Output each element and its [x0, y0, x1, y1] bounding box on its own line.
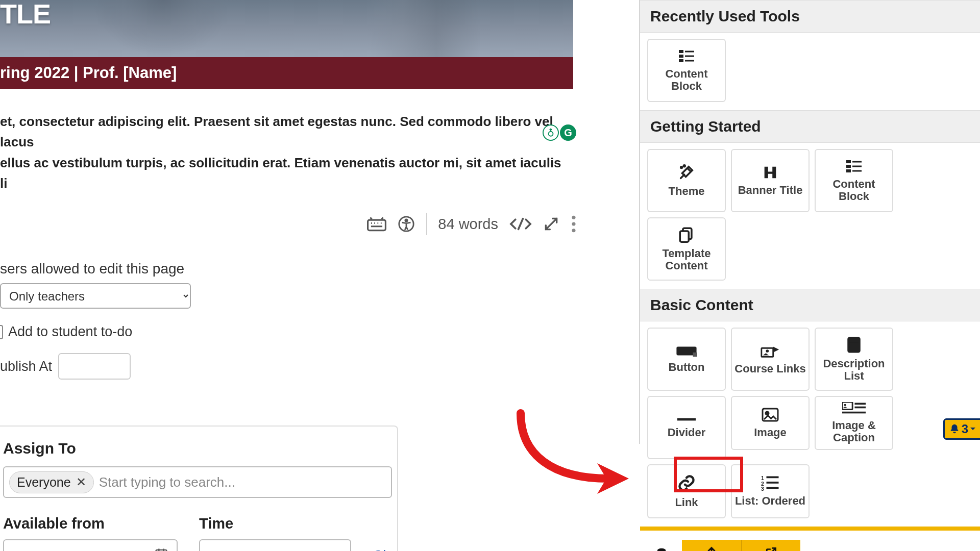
svg-rect-21 [852, 170, 862, 171]
svg-rect-32 [677, 418, 696, 421]
banner-subtitle-bar: ring 2022 | Prof. [Name] [0, 57, 573, 89]
calendar-icon[interactable] [154, 547, 168, 551]
assign-panel: Assign To Everyone ✕ Start typing to sea… [0, 425, 398, 551]
svg-point-6 [572, 229, 575, 232]
svg-rect-20 [846, 169, 851, 172]
section-getting-started: Getting Started [640, 110, 980, 143]
sidebar-action-bar [640, 531, 980, 551]
svg-point-46 [657, 548, 666, 551]
upload-button[interactable] [682, 540, 741, 551]
todo-checkbox[interactable] [0, 325, 3, 339]
svg-rect-37 [854, 403, 866, 405]
accessibility-icon[interactable] [398, 215, 415, 233]
assign-heading: Assign To [3, 440, 383, 457]
svg-rect-26 [762, 348, 773, 357]
word-count[interactable]: 84 words [438, 216, 498, 233]
svg-rect-10 [679, 55, 683, 58]
svg-rect-8 [679, 50, 683, 53]
grammarly-logo-icon[interactable]: G [560, 124, 576, 141]
grammarly-suggestion-icon[interactable] [543, 124, 559, 141]
svg-rect-38 [854, 407, 866, 409]
assign-to-input[interactable]: Everyone ✕ Start typing to search... [3, 466, 392, 498]
svg-rect-23 [680, 231, 689, 242]
tool-content-block-2[interactable]: Content Block [815, 149, 893, 212]
tool-button[interactable]: Button [647, 328, 726, 391]
section-basic-content: Basic Content [640, 289, 980, 321]
notification-pill[interactable]: 3 [943, 418, 980, 440]
remove-token-icon[interactable]: ✕ [76, 475, 86, 489]
svg-point-0 [549, 132, 553, 136]
svg-point-5 [572, 222, 575, 226]
open-external-button[interactable] [741, 540, 800, 551]
caret-down-icon [970, 427, 976, 432]
banner-title-overlay: TLE [0, 0, 51, 28]
svg-rect-13 [685, 60, 694, 61]
edit-permission-select[interactable]: Only teachers [0, 283, 191, 309]
editor-status-bar: 84 words [0, 193, 577, 235]
banner-image: TLE [0, 0, 573, 57]
tool-course-links[interactable]: Course Links [731, 328, 810, 391]
svg-point-14 [681, 167, 682, 168]
edit-permission-label: sers allowed to edit this page [0, 261, 204, 277]
grammarly-widget[interactable]: G [543, 124, 576, 141]
more-options-icon[interactable] [571, 215, 577, 233]
svg-rect-9 [685, 51, 694, 52]
svg-text:3: 3 [761, 486, 764, 491]
svg-point-36 [844, 404, 846, 406]
annotation-highlight-box [674, 457, 743, 492]
tool-theme[interactable]: Theme [647, 149, 726, 212]
svg-rect-29 [850, 340, 857, 341]
keyboard-icon[interactable] [367, 216, 386, 232]
svg-rect-41 [767, 476, 779, 478]
tool-divider[interactable]: Divider [647, 396, 726, 459]
svg-rect-16 [846, 160, 851, 163]
publish-at-input[interactable] [58, 353, 131, 380]
todo-label: Add to student to-do [8, 324, 132, 340]
svg-point-15 [683, 165, 685, 167]
toggle-icon[interactable] [653, 544, 677, 551]
svg-rect-17 [852, 161, 862, 162]
svg-rect-11 [685, 55, 694, 57]
svg-rect-35 [842, 402, 852, 409]
available-from-input[interactable] [3, 539, 178, 551]
tool-image[interactable]: Image [731, 396, 810, 450]
svg-point-3 [405, 219, 407, 221]
svg-rect-1 [368, 220, 386, 231]
assign-placeholder: Start typing to search... [99, 474, 235, 490]
tool-template-content[interactable]: Template Content [647, 217, 726, 281]
svg-rect-18 [846, 165, 851, 168]
design-tools-sidebar: Recently Used Tools Content Block Gettin… [639, 0, 980, 444]
svg-rect-25 [693, 353, 697, 357]
publish-at-label: ublish At [0, 359, 52, 374]
tool-banner-title[interactable]: Banner Title [731, 149, 810, 212]
tool-image-caption[interactable]: Image & Caption [815, 396, 893, 450]
available-from-label: Available from [3, 515, 105, 532]
svg-rect-45 [767, 487, 779, 489]
svg-rect-30 [850, 343, 857, 344]
svg-rect-31 [850, 346, 857, 347]
fullscreen-icon[interactable] [543, 216, 559, 232]
svg-rect-43 [767, 482, 779, 484]
body-line-2: ellus ac vestibulum turpis, ac sollicitu… [0, 155, 561, 191]
tool-content-block[interactable]: Content Block [647, 39, 726, 102]
tool-description-list[interactable]: Description List [815, 328, 893, 391]
bell-icon [949, 423, 960, 435]
svg-rect-12 [679, 59, 683, 62]
time-label: Time [199, 515, 233, 532]
divider [426, 213, 427, 235]
assign-token-everyone[interactable]: Everyone ✕ [9, 471, 94, 493]
section-recently-used: Recently Used Tools [640, 0, 980, 33]
svg-point-4 [572, 216, 575, 219]
html-view-icon[interactable] [509, 217, 532, 231]
sidebar-accent-bar [640, 527, 980, 531]
svg-point-34 [766, 412, 769, 415]
svg-rect-39 [842, 412, 866, 414]
svg-rect-19 [852, 165, 862, 167]
clear-link[interactable]: Clear [373, 547, 407, 551]
time-input[interactable] [199, 539, 351, 551]
body-line-1: et, consectetur adipiscing elit. Praesen… [0, 114, 553, 149]
page-body-text[interactable]: et, consectetur adipiscing elit. Praesen… [0, 89, 561, 193]
svg-point-27 [766, 349, 769, 353]
